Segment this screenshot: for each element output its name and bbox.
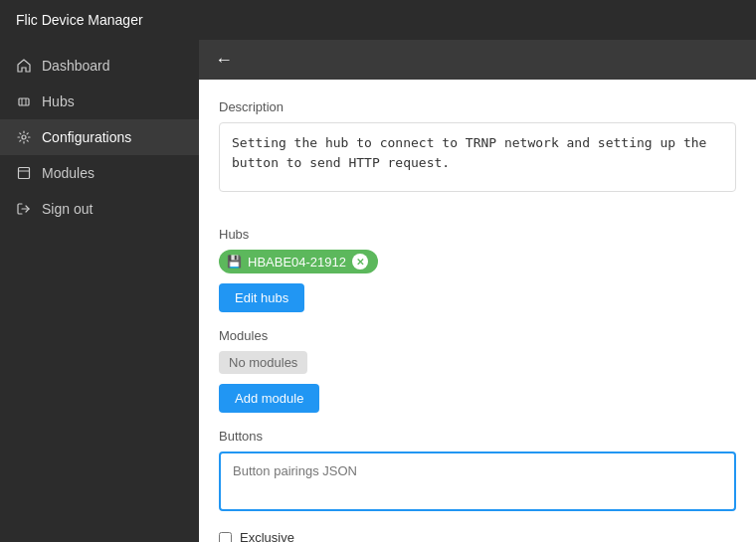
exclusive-row: Exclusive Checking this will remove all … <box>219 530 736 542</box>
hubs-label: Hubs <box>219 227 736 242</box>
buttons-label: Buttons <box>219 429 736 444</box>
module-icon <box>16 165 32 181</box>
sidebar-label-hubs: Hubs <box>42 93 75 109</box>
svg-rect-4 <box>19 168 30 179</box>
svg-rect-0 <box>19 98 29 105</box>
gear-icon <box>16 129 32 145</box>
sidebar-item-signout[interactable]: Sign out <box>0 191 199 227</box>
hubs-section: Hubs 💾 HBABE04-21912 ✕ Edit hubs <box>219 227 736 312</box>
exclusive-label: Exclusive <box>240 530 643 542</box>
buttons-section: Buttons <box>219 429 736 514</box>
description-label: Description <box>219 99 736 114</box>
no-modules-badge: No modules <box>219 351 307 374</box>
sidebar-item-dashboard[interactable]: Dashboard <box>0 48 199 84</box>
sidebar-item-configurations[interactable]: Configurations <box>0 119 199 155</box>
sidebar-label-modules: Modules <box>42 165 94 181</box>
svg-point-3 <box>22 135 26 139</box>
hub-chip-label: HBABE04-21912 <box>248 255 346 270</box>
buttons-textarea[interactable] <box>219 452 736 511</box>
exclusive-text: Exclusive Checking this will remove all … <box>240 530 643 542</box>
hub-chip-icon: 💾 <box>227 255 242 269</box>
hub-chip-remove-button[interactable]: ✕ <box>352 254 368 270</box>
main-layout: Dashboard Hubs Configurations <box>0 40 756 542</box>
app-title: Flic Device Manager <box>16 12 143 28</box>
sidebar-item-hubs[interactable]: Hubs <box>0 84 199 119</box>
hub-chip: 💾 HBABE04-21912 ✕ <box>219 250 378 273</box>
sidebar-label-signout: Sign out <box>42 201 93 217</box>
exclusive-checkbox[interactable] <box>219 532 232 542</box>
modules-section: Modules No modules Add module <box>219 328 736 413</box>
back-button[interactable]: ← <box>215 50 233 71</box>
app-header: Flic Device Manager <box>0 0 756 40</box>
signout-icon <box>16 201 32 217</box>
home-icon <box>16 58 32 74</box>
modules-label: Modules <box>219 328 736 343</box>
content-header: ← <box>199 40 756 80</box>
hub-icon <box>16 93 32 109</box>
description-textarea[interactable]: Setting the hub to connect to TRNP netwo… <box>219 122 736 192</box>
description-section: Description Setting the hub to connect t… <box>219 99 736 211</box>
edit-hubs-button[interactable]: Edit hubs <box>219 283 304 312</box>
content-body: Description Setting the hub to connect t… <box>199 80 756 542</box>
sidebar: Dashboard Hubs Configurations <box>0 40 199 542</box>
add-module-button[interactable]: Add module <box>219 384 319 413</box>
hubs-row: 💾 HBABE04-21912 ✕ <box>219 250 736 273</box>
content-area: ← Description Setting the hub to connect… <box>199 40 756 542</box>
sidebar-label-configurations: Configurations <box>42 129 131 145</box>
modules-row: No modules <box>219 351 736 374</box>
sidebar-item-modules[interactable]: Modules <box>0 155 199 191</box>
sidebar-label-dashboard: Dashboard <box>42 58 110 74</box>
